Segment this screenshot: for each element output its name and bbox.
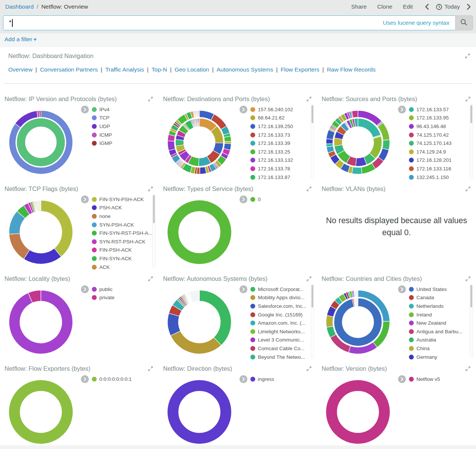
clone-button[interactable]: Clone <box>377 3 392 10</box>
legend-toggle-chevron-icon[interactable] <box>81 285 89 293</box>
legend-toggle-chevron-icon[interactable] <box>398 375 406 383</box>
legend-item[interactable]: 96.43.146.48 <box>409 122 452 131</box>
expand-icon[interactable] <box>307 96 311 103</box>
expand-icon[interactable] <box>466 366 470 373</box>
legend-item[interactable]: 74.125.170.42 <box>409 131 452 139</box>
expand-icon[interactable] <box>148 186 153 193</box>
donut-slice[interactable] <box>39 110 41 117</box>
legend-item[interactable]: public <box>92 285 115 294</box>
legend-toggle-chevron-icon[interactable] <box>239 195 247 203</box>
legend-item[interactable]: 172.16.128.201 <box>409 156 452 165</box>
expand-icon[interactable] <box>307 366 311 373</box>
legend-toggle-chevron-icon[interactable] <box>239 375 247 383</box>
scrollbar-thumb[interactable] <box>470 285 472 307</box>
legend-toggle-chevron-icon[interactable] <box>81 106 89 113</box>
legend-item[interactable]: Beyond The Netwo... <box>250 353 307 361</box>
legend-item[interactable]: 174.129.24.9 <box>409 148 452 156</box>
donut-slice[interactable] <box>199 110 199 117</box>
legend-item[interactable]: 172.16.133.116 <box>409 164 452 173</box>
expand-icon[interactable] <box>307 186 311 193</box>
expand-icon[interactable] <box>466 276 470 283</box>
donut-slice[interactable] <box>15 386 67 439</box>
legend-item[interactable]: Ireland <box>409 310 463 319</box>
donut-slice[interactable] <box>173 386 226 439</box>
legend-item[interactable]: none <box>92 212 153 221</box>
donut-slice[interactable] <box>332 386 385 439</box>
share-button[interactable]: Share <box>351 3 367 10</box>
legend-item[interactable]: 132.245.1.150 <box>409 173 452 182</box>
legend-item[interactable]: SYN-RST-PSH-ACK <box>92 237 153 246</box>
nav-link-autonomous-systems[interactable]: Autonomous Systems <box>217 66 273 73</box>
legend-item[interactable]: FIN-PSH-ACK <box>92 246 153 255</box>
legend-item[interactable]: 172.16.133.132 <box>250 156 293 165</box>
legend-item[interactable]: PSH-ACK <box>92 204 153 212</box>
legend-item[interactable]: SYN-PSH-ACK <box>92 221 153 229</box>
legend-item[interactable]: 68.64.21.62 <box>250 114 293 122</box>
add-filter-button[interactable]: Add a filter+ <box>4 36 37 42</box>
expand-icon[interactable] <box>148 276 153 283</box>
legend-item[interactable]: Amazon.com, Inc. (... <box>250 319 307 327</box>
legend-item[interactable]: 172.16.133.87 <box>250 173 293 182</box>
nav-link-conversation-partners[interactable]: Conversation Partners <box>40 66 98 73</box>
legend-item[interactable]: Comcast Cable Co... <box>250 344 307 353</box>
legend-toggle-chevron-icon[interactable] <box>398 285 406 293</box>
legend-item[interactable]: New Zealand <box>409 319 463 327</box>
donut-slice[interactable] <box>21 122 61 162</box>
legend-item[interactable]: UDP <box>92 122 112 131</box>
legend-item[interactable]: IGMP <box>92 139 112 148</box>
legend-toggle-chevron-icon[interactable] <box>81 375 89 383</box>
edit-button[interactable]: Edit <box>403 3 413 10</box>
donut-slice[interactable] <box>173 206 226 259</box>
legend-item[interactable]: Mobility Apps divisi... <box>250 294 307 302</box>
legend-item[interactable]: Netherlands <box>409 302 463 310</box>
legend-item[interactable]: Germany <box>409 353 463 361</box>
breadcrumb-dashboard-link[interactable]: Dashboard <box>5 3 34 10</box>
legend-item[interactable]: 0 <box>250 195 261 204</box>
legend-item[interactable]: 172.16.133.73 <box>250 131 293 139</box>
nav-link-traffic-analysis[interactable]: Traffic Analysis <box>105 66 144 73</box>
nav-link-geo-location[interactable]: Geo Location <box>175 66 209 73</box>
legend-item[interactable]: Australia <box>409 336 463 345</box>
donut-slice[interactable] <box>168 141 175 151</box>
lucene-syntax-link[interactable]: Uses lucene query syntax <box>383 19 449 26</box>
nav-link-raw-flow-records[interactable]: Raw Flow Records <box>327 66 376 73</box>
legend-item[interactable]: 172.16.139.250 <box>250 122 293 131</box>
legend-item[interactable]: China <box>409 344 463 353</box>
legend-item[interactable]: Level 3 Communic... <box>250 336 307 345</box>
donut-slice[interactable] <box>352 167 362 174</box>
legend-item[interactable]: Limelight Networks... <box>250 327 307 336</box>
expand-icon[interactable] <box>465 53 470 60</box>
nav-link-flow-exporters[interactable]: Flow Exporters <box>281 66 319 73</box>
donut-slice[interactable] <box>199 118 199 127</box>
legend-item[interactable]: private <box>92 294 115 302</box>
expand-icon[interactable] <box>148 366 153 373</box>
legend-item[interactable]: Google Inc. (15169) <box>250 310 307 319</box>
legend-item[interactable]: 172.16.133.25 <box>250 148 293 156</box>
legend-item[interactable]: Salesforce.com, Inc... <box>250 302 307 310</box>
scrollbar-thumb[interactable] <box>470 105 472 123</box>
legend-item[interactable]: Antigua and Barbu... <box>409 327 463 336</box>
donut-slice[interactable] <box>41 200 73 257</box>
expand-icon[interactable] <box>466 96 470 103</box>
legend-item[interactable]: TCP <box>92 114 112 122</box>
expand-icon[interactable] <box>466 186 470 193</box>
search-input[interactable]: * Uses lucene query syntax <box>3 15 455 30</box>
legend-toggle-chevron-icon[interactable] <box>239 285 247 293</box>
legend-toggle-chevron-icon[interactable] <box>398 106 406 113</box>
legend-item[interactable]: Microsoft Corporat... <box>250 285 307 294</box>
time-range-button[interactable]: Today <box>436 3 460 10</box>
scrollbar-thumb[interactable] <box>153 195 155 223</box>
legend-item[interactable]: Canada <box>409 294 463 302</box>
legend-item[interactable]: IPv4 <box>92 105 112 114</box>
search-button[interactable] <box>455 15 473 30</box>
nav-link-overview[interactable]: Overview <box>8 66 33 73</box>
donut-slice[interactable] <box>24 248 61 264</box>
legend-item[interactable]: 172.16.133.39 <box>250 139 293 148</box>
scrollbar-thumb[interactable] <box>311 285 313 307</box>
legend-item[interactable]: 0:0:0:0:0:0:0:1 <box>92 375 132 383</box>
legend-item[interactable]: FIN-SYN-ACK <box>92 254 153 263</box>
legend-item[interactable]: ICMP <box>92 131 112 139</box>
time-next-chevron-right-icon[interactable] <box>467 4 471 10</box>
legend-item[interactable]: United States <box>409 285 463 294</box>
legend-item[interactable]: FIN-SYN-PSH-ACK <box>92 195 153 204</box>
